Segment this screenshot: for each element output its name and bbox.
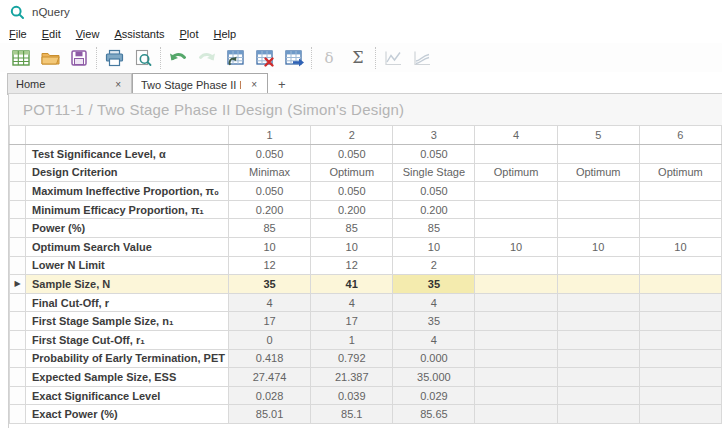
value-cell[interactable] xyxy=(639,405,721,424)
value-cell[interactable]: 4 xyxy=(311,293,393,312)
value-cell[interactable] xyxy=(557,386,639,405)
menu-item-file[interactable]: File xyxy=(9,28,27,40)
value-cell[interactable]: 0.200 xyxy=(229,200,311,219)
value-cell[interactable] xyxy=(475,219,557,238)
value-cell[interactable] xyxy=(639,200,721,219)
value-cell[interactable] xyxy=(475,312,557,331)
value-cell[interactable]: 35.000 xyxy=(393,368,475,387)
value-cell[interactable]: 4 xyxy=(229,293,311,312)
value-cell[interactable] xyxy=(639,349,721,368)
value-cell[interactable] xyxy=(475,145,557,164)
value-cell[interactable]: 4 xyxy=(393,293,475,312)
value-cell[interactable]: 0.000 xyxy=(393,349,475,368)
value-cell[interactable] xyxy=(557,312,639,331)
value-cell[interactable] xyxy=(557,200,639,219)
tab-two-stage-phase-ii-de[interactable]: Two Stage Phase II De× xyxy=(132,73,268,95)
print-preview-icon[interactable] xyxy=(130,46,156,70)
value-cell[interactable]: 85.1 xyxy=(311,405,393,424)
value-cell[interactable]: 12 xyxy=(311,256,393,275)
new-table-icon[interactable] xyxy=(8,46,34,70)
value-cell[interactable]: 0.792 xyxy=(311,349,393,368)
value-cell[interactable]: Optimum xyxy=(639,163,721,182)
value-cell[interactable] xyxy=(557,349,639,368)
delete-table-icon[interactable] xyxy=(252,46,278,70)
value-cell[interactable] xyxy=(557,368,639,387)
value-cell[interactable]: Minimax xyxy=(229,163,311,182)
save-icon[interactable] xyxy=(66,46,92,70)
value-cell[interactable] xyxy=(639,219,721,238)
value-cell[interactable] xyxy=(475,386,557,405)
tab-home[interactable]: Home× xyxy=(7,73,132,95)
value-cell[interactable]: 10 xyxy=(557,237,639,256)
value-cell[interactable] xyxy=(639,256,721,275)
value-cell[interactable] xyxy=(639,368,721,387)
value-cell[interactable]: 85 xyxy=(229,219,311,238)
tab-close-icon[interactable]: × xyxy=(113,79,123,90)
value-cell[interactable] xyxy=(475,330,557,349)
value-cell[interactable] xyxy=(557,275,639,294)
value-cell[interactable]: 10 xyxy=(393,237,475,256)
value-cell[interactable]: 10 xyxy=(311,237,393,256)
value-cell[interactable]: 17 xyxy=(311,312,393,331)
value-cell[interactable]: 0.050 xyxy=(229,182,311,201)
value-cell[interactable] xyxy=(475,275,557,294)
value-cell[interactable]: 12 xyxy=(229,256,311,275)
column-header-3[interactable]: 3 xyxy=(393,126,475,145)
value-cell[interactable] xyxy=(475,256,557,275)
value-cell[interactable] xyxy=(475,182,557,201)
value-cell[interactable]: 10 xyxy=(475,237,557,256)
value-cell[interactable] xyxy=(639,330,721,349)
tab-close-icon[interactable]: × xyxy=(249,79,259,90)
value-cell[interactable]: 85.65 xyxy=(393,405,475,424)
value-cell[interactable] xyxy=(557,219,639,238)
value-cell[interactable]: 21.387 xyxy=(311,368,393,387)
value-cell[interactable]: 27.474 xyxy=(229,368,311,387)
value-cell[interactable]: 1 xyxy=(311,330,393,349)
value-cell[interactable] xyxy=(557,330,639,349)
column-header-6[interactable]: 6 xyxy=(639,126,721,145)
value-cell[interactable] xyxy=(475,368,557,387)
value-cell[interactable] xyxy=(639,145,721,164)
value-cell[interactable] xyxy=(475,293,557,312)
value-cell[interactable]: 0 xyxy=(229,330,311,349)
value-cell[interactable]: 2 xyxy=(393,256,475,275)
menu-item-help[interactable]: Help xyxy=(213,28,236,40)
recalculate-table-icon[interactable] xyxy=(223,46,249,70)
extend-table-icon[interactable] xyxy=(281,46,307,70)
undo-icon[interactable] xyxy=(165,46,191,70)
value-cell[interactable]: 85.01 xyxy=(229,405,311,424)
value-cell[interactable]: Optimum xyxy=(557,163,639,182)
open-folder-icon[interactable] xyxy=(37,46,63,70)
value-cell[interactable]: 0.050 xyxy=(393,182,475,201)
value-cell[interactable]: 35 xyxy=(393,312,475,331)
value-cell[interactable] xyxy=(557,256,639,275)
column-header-4[interactable]: 4 xyxy=(475,126,557,145)
value-cell[interactable]: 4 xyxy=(393,330,475,349)
column-header-1[interactable]: 1 xyxy=(229,126,311,145)
value-cell[interactable] xyxy=(557,145,639,164)
value-cell[interactable]: 41 xyxy=(311,275,393,294)
value-cell[interactable]: Single Stage xyxy=(393,163,475,182)
value-cell[interactable] xyxy=(639,182,721,201)
value-cell[interactable]: 0.050 xyxy=(311,182,393,201)
value-cell[interactable]: 10 xyxy=(229,237,311,256)
menu-item-view[interactable]: View xyxy=(76,28,100,40)
column-header-2[interactable]: 2 xyxy=(311,126,393,145)
value-cell[interactable]: Optimum xyxy=(311,163,393,182)
value-cell[interactable] xyxy=(639,312,721,331)
value-cell[interactable]: 0.050 xyxy=(311,145,393,164)
value-cell[interactable]: 0.039 xyxy=(311,386,393,405)
value-cell[interactable]: 0.200 xyxy=(393,200,475,219)
value-cell[interactable]: 0.050 xyxy=(229,145,311,164)
value-cell[interactable]: 10 xyxy=(639,237,721,256)
sigma-icon[interactable]: Σ xyxy=(345,46,371,70)
value-cell[interactable]: Optimum xyxy=(475,163,557,182)
value-cell[interactable]: 35 xyxy=(393,275,475,294)
menu-item-assistants[interactable]: Assistants xyxy=(114,28,164,40)
print-icon[interactable] xyxy=(101,46,127,70)
value-cell[interactable]: 35 xyxy=(229,275,311,294)
value-cell[interactable] xyxy=(557,182,639,201)
value-cell[interactable] xyxy=(557,293,639,312)
value-cell[interactable] xyxy=(475,405,557,424)
value-cell[interactable] xyxy=(639,293,721,312)
